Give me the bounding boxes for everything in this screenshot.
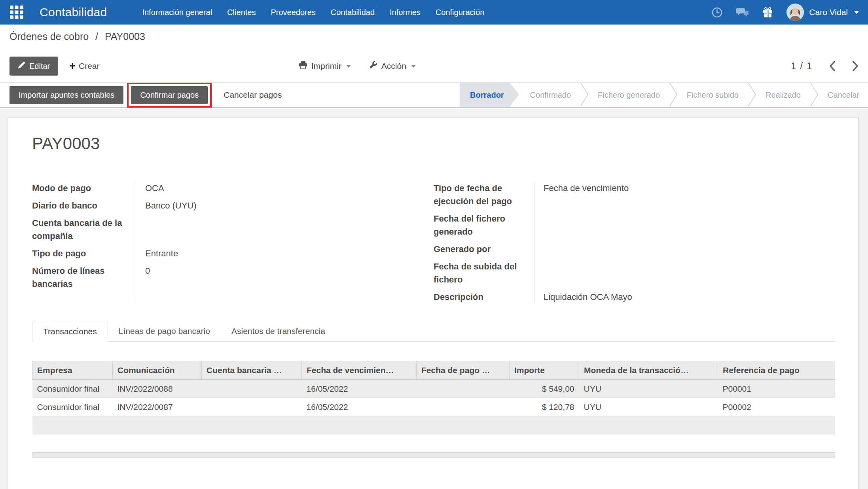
plus-icon: + xyxy=(69,62,76,70)
field-value-tipo-de-pago: Entrante xyxy=(136,247,410,260)
action-dropdown-button[interactable]: Acción xyxy=(369,61,416,71)
field-label-numero-lineas: Número de líneas bancarias xyxy=(32,264,136,290)
field-label-fecha-subida: Fecha de subida del fichero xyxy=(434,260,534,286)
caret-down-icon xyxy=(854,11,859,14)
cell-cuenta-bancaria[interactable] xyxy=(202,398,302,416)
menu-clientes[interactable]: Clientes xyxy=(220,0,263,25)
col-header-referencia[interactable]: Referencia de pago xyxy=(718,361,835,380)
menu-informes[interactable]: Informes xyxy=(382,0,428,25)
cell-fecha-vencimiento[interactable]: 16/05/2022 xyxy=(302,398,417,416)
tab-asientos-transferencia[interactable]: Asientos de transferencia xyxy=(221,322,336,341)
tab-transacciones[interactable]: Transacciones xyxy=(32,322,108,342)
col-header-fecha-pago[interactable]: Fecha de pago … xyxy=(417,361,510,380)
cell-moneda[interactable]: UYU xyxy=(579,380,718,398)
import-entries-button[interactable]: Importar apuntes contables xyxy=(9,86,123,104)
col-header-moneda[interactable]: Moneda de la transacció… xyxy=(579,361,718,380)
cell-moneda[interactable]: UYU xyxy=(579,398,718,416)
step-chevron-divider xyxy=(809,83,819,106)
field-value-descripcion: Liquidación OCA Mayo xyxy=(534,290,835,303)
field-value-fecha-subida xyxy=(534,260,835,286)
status-step-confirmado[interactable]: Confirmado xyxy=(521,83,580,107)
main-menu: Información general Clientes Proveedores… xyxy=(135,0,492,25)
cell-comunicacion[interactable]: INV/2022/0088 xyxy=(113,380,202,398)
printer-icon xyxy=(299,61,307,71)
cell-empresa[interactable]: Consumidor final xyxy=(32,380,113,398)
pencil-icon xyxy=(18,61,25,71)
field-label-cuenta-bancaria: Cuenta bancaria de la compañía xyxy=(32,216,136,243)
field-value-generado-por xyxy=(534,243,835,256)
col-header-empresa[interactable]: Empresa xyxy=(32,361,113,380)
step-chevron-divider xyxy=(580,83,589,106)
chevron-right-icon[interactable] xyxy=(852,61,859,71)
status-step-fichero-generado[interactable]: Fichero generado xyxy=(589,83,669,107)
table-row[interactable]: Consumidor final INV/2022/0088 16/05/202… xyxy=(32,380,835,398)
field-label-tipo-fecha-ejecucion: Tipo de fecha de ejecución del pago xyxy=(434,182,534,208)
menu-configuracion[interactable]: Configuración xyxy=(428,0,492,25)
pager-value: 1 / 1 xyxy=(791,61,813,72)
field-value-cuenta-bancaria xyxy=(136,216,410,243)
chevron-left-icon[interactable] xyxy=(829,61,836,71)
field-label-generado-por: Generado por xyxy=(434,243,534,256)
cell-fecha-pago[interactable] xyxy=(417,380,510,398)
annotation-highlight-box: Confirmar pagos xyxy=(127,83,212,108)
status-step-cancelar[interactable]: Cancelar xyxy=(819,83,868,107)
cell-referencia[interactable]: P00002 xyxy=(718,398,835,416)
cell-fecha-vencimiento[interactable]: 16/05/2022 xyxy=(302,380,417,398)
field-group-left: Modo de pago OCA Diario de banco Banco (… xyxy=(32,182,434,303)
cell-importe[interactable]: $ 120,78 xyxy=(510,398,579,416)
table-row[interactable]: Consumidor final INV/2022/0087 16/05/202… xyxy=(32,398,835,416)
cell-referencia[interactable]: P00001 xyxy=(718,380,835,398)
field-label-modo-de-pago: Modo de pago xyxy=(32,182,136,195)
table-header-row: Empresa Comunicación Cuenta bancaria … F… xyxy=(32,361,835,380)
confirm-payments-button[interactable]: Confirmar pagos xyxy=(131,86,208,104)
transactions-table: Empresa Comunicación Cuenta bancaria … F… xyxy=(32,361,835,434)
status-step-realizado[interactable]: Realizado xyxy=(757,83,809,107)
col-header-importe[interactable]: Importe xyxy=(510,361,579,380)
create-button[interactable]: + Crear xyxy=(69,61,99,71)
center-actions: Imprimir Acción xyxy=(299,61,416,71)
apps-grid-icon[interactable] xyxy=(9,4,25,20)
field-value-fecha-fichero-generado xyxy=(534,212,835,238)
status-step-borrador[interactable]: Borrador xyxy=(460,83,510,107)
cell-comunicacion[interactable]: INV/2022/0087 xyxy=(113,398,202,416)
user-name: Caro Vidal xyxy=(809,8,848,17)
notebook-tabs: Transacciones Líneas de pago bancario As… xyxy=(32,322,835,342)
cell-cuenta-bancaria[interactable] xyxy=(202,380,302,398)
messages-chat-icon[interactable] xyxy=(736,7,749,18)
cell-importe[interactable]: $ 549,00 xyxy=(510,380,579,398)
top-navbar: Contabilidad Información general Cliente… xyxy=(0,0,868,25)
field-value-modo-de-pago: OCA xyxy=(136,182,410,195)
edit-button[interactable]: Editar xyxy=(9,57,58,76)
app-brand[interactable]: Contabilidad xyxy=(40,6,107,19)
wrench-icon xyxy=(369,61,377,71)
menu-informacion-general[interactable]: Información general xyxy=(135,0,220,25)
menu-proveedores[interactable]: Proveedores xyxy=(263,0,323,25)
field-groups: Modo de pago OCA Diario de banco Banco (… xyxy=(32,182,835,303)
field-label-descripcion: Descripción xyxy=(434,290,534,303)
breadcrumb-current: PAY0003 xyxy=(105,31,145,42)
col-header-comunicacion[interactable]: Comunicación xyxy=(113,361,202,380)
cell-fecha-pago[interactable] xyxy=(417,398,510,416)
activities-clock-icon[interactable] xyxy=(712,7,722,18)
breadcrumb-separator: / xyxy=(95,31,98,42)
cell-empresa[interactable]: Consumidor final xyxy=(32,398,113,416)
caret-down-icon xyxy=(346,65,351,68)
user-menu[interactable]: Caro Vidal xyxy=(787,4,859,21)
col-header-fecha-vencimiento[interactable]: Fecha de vencimien… xyxy=(302,361,417,380)
col-header-cuenta-bancaria[interactable]: Cuenta bancaria … xyxy=(202,361,302,380)
status-step-fichero-subido[interactable]: Fichero subido xyxy=(678,83,747,107)
print-dropdown-button[interactable]: Imprimir xyxy=(299,61,351,71)
menu-contabilidad[interactable]: Contabilidad xyxy=(323,0,382,25)
form-sheet: PAY0003 Modo de pago OCA Diario de banco… xyxy=(8,117,859,489)
breadcrumb-parent[interactable]: Órdenes de cobro xyxy=(9,31,89,42)
gift-icon[interactable] xyxy=(762,7,773,18)
record-title: PAY0003 xyxy=(32,134,835,153)
table-empty-row[interactable] xyxy=(32,416,835,434)
field-label-fecha-fichero-generado: Fecha del fichero generado xyxy=(434,212,534,238)
tab-lineas-pago-bancario[interactable]: Líneas de pago bancario xyxy=(108,322,221,341)
field-value-tipo-fecha-ejecucion: Fecha de vencimiento xyxy=(534,182,835,208)
step-chevron-divider xyxy=(669,83,678,106)
cancel-payments-button[interactable]: Cancelar pagos xyxy=(216,86,290,104)
field-label-diario-de-banco: Diario de banco xyxy=(32,199,136,212)
table-footer-strip xyxy=(32,452,835,458)
